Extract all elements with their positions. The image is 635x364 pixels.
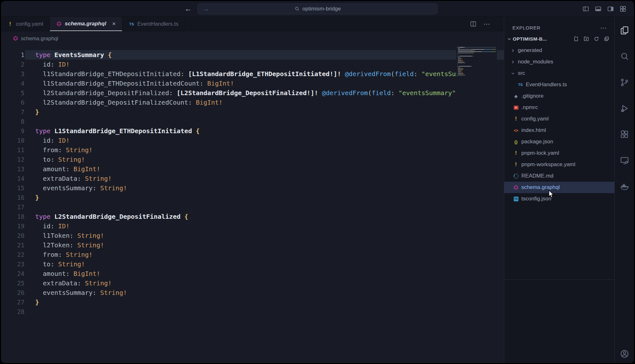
tsjson-file-icon: TS xyxy=(513,197,519,201)
tsconfig-icon: TS xyxy=(514,197,518,201)
code-lines[interactable]: type EventsSummary { id: ID! l1StandardB… xyxy=(25,45,504,363)
chevron-right-icon xyxy=(511,60,515,64)
file-tree-item-src[interactable]: src xyxy=(504,68,614,79)
code-line-28[interactable] xyxy=(25,307,504,316)
code-line-5[interactable]: l2StandardBridge_DepositFinalized: [L2St… xyxy=(25,88,504,98)
activity-run-debug-icon[interactable] xyxy=(620,104,629,113)
explorer-title: EXPLORER xyxy=(512,25,540,30)
line-number: 18 xyxy=(1,212,24,221)
code-line-21[interactable]: l2Token: String! xyxy=(25,240,504,250)
yaml-file-icon: ! xyxy=(7,21,13,27)
file-tree-item-gitignore[interactable]: ◆.gitignore xyxy=(504,90,614,102)
line-number: 2 xyxy=(1,60,24,69)
new-file-icon[interactable] xyxy=(573,36,579,42)
file-tree-item-index-html[interactable]: <>index.html xyxy=(504,125,614,136)
line-number: 3 xyxy=(1,69,24,79)
file-tree-item-node-modules[interactable]: node_modules xyxy=(504,56,614,68)
code-line-2[interactable]: id: ID! xyxy=(25,60,504,69)
activity-search-big-icon[interactable] xyxy=(620,52,629,61)
project-header[interactable]: OPTIMISM-B... xyxy=(504,34,614,44)
code-line-12[interactable]: to: String! xyxy=(25,155,504,164)
activity-files-icon[interactable] xyxy=(620,26,629,35)
editor-more-icon[interactable]: ⋯ xyxy=(484,20,491,28)
tab-schema-graphql[interactable]: schema.graphql× xyxy=(50,17,122,31)
file-tree-item-generated[interactable]: generated xyxy=(504,45,614,56)
line-number: 20 xyxy=(1,231,24,240)
file-tree-item-pnpm-lock-yaml[interactable]: !pnpm-lock.yaml xyxy=(504,147,614,159)
line-number: 23 xyxy=(1,259,24,269)
layout-panel-bottom-icon[interactable] xyxy=(595,5,602,12)
activity-docker-icon[interactable] xyxy=(620,182,629,191)
explorer-header: EXPLORER ⋯ xyxy=(504,17,614,34)
minimap[interactable] xyxy=(456,45,497,363)
code-line-16[interactable]: } xyxy=(25,193,504,202)
refresh-icon[interactable] xyxy=(594,36,599,42)
layout-sidebar-right-icon[interactable] xyxy=(607,5,614,12)
tab-config-yaml[interactable]: !config.yaml xyxy=(1,17,50,31)
breadcrumb[interactable]: schema.graphql xyxy=(1,31,504,45)
line-number: 21 xyxy=(1,240,24,250)
code-line-6[interactable]: l2StandardBridge_DepositFinalizedCount: … xyxy=(25,98,504,107)
file-tree-item-schema-graphql[interactable]: schema.graphql xyxy=(504,182,614,193)
file-tree-item-label: generated xyxy=(518,47,542,54)
file-tree-item-npmrc[interactable]: n.npmrc xyxy=(504,102,614,113)
code-line-23[interactable]: to: String! xyxy=(25,259,504,269)
activity-remote-preview-icon[interactable] xyxy=(620,156,629,165)
chevron-right-icon xyxy=(511,48,515,53)
code-line-1[interactable]: type EventsSummary { xyxy=(25,50,504,60)
code-line-14[interactable]: extraData: String! xyxy=(25,174,504,183)
code-line-3[interactable]: l1StandardBridge_ETHDepositInitiated: [L… xyxy=(25,69,504,79)
close-tab-icon[interactable]: × xyxy=(112,20,116,27)
activity-extensions-icon[interactable] xyxy=(620,130,629,139)
code-line-13[interactable]: amount: BigInt! xyxy=(25,164,504,174)
file-tree-item-eventhandlers-ts[interactable]: TSEventHandlers.ts xyxy=(504,79,614,90)
command-center-search[interactable]: optimism-bridge xyxy=(197,3,438,14)
code-line-11[interactable]: from: String! xyxy=(25,145,504,155)
file-tree-item-readme-md[interactable]: iREADME.md xyxy=(504,170,614,182)
line-number: 9 xyxy=(1,126,24,136)
forward-button[interactable]: → xyxy=(202,4,209,13)
code-editor[interactable]: 1234567891011121314151617181920212223242… xyxy=(1,45,504,363)
code-line-22[interactable]: from: String! xyxy=(25,250,504,259)
git-file-icon: ◆ xyxy=(513,94,519,99)
html-file-icon: <> xyxy=(513,128,519,133)
code-line-15[interactable]: eventsSummary: String! xyxy=(25,183,504,193)
file-tree-item-package-json[interactable]: {}package.json xyxy=(504,136,614,147)
activity-source-control-icon[interactable] xyxy=(620,78,629,87)
code-line-4[interactable]: l1StandardBridge_ETHDepositInitiatedCoun… xyxy=(25,79,504,88)
code-line-25[interactable]: extraData: String! xyxy=(25,278,504,288)
file-tree-item-label: pnpm-workspace.yaml xyxy=(521,161,575,168)
layout-customize-icon[interactable] xyxy=(619,5,626,12)
code-line-17[interactable] xyxy=(25,202,504,212)
chevron-down-icon xyxy=(511,71,515,76)
layout-sidebar-left-icon[interactable] xyxy=(582,5,589,12)
minimap-line xyxy=(457,49,496,50)
back-button[interactable]: ← xyxy=(184,4,192,13)
code-line-26[interactable]: eventsSummary: String! xyxy=(25,288,504,297)
chevron-down-icon xyxy=(507,36,512,42)
code-line-27[interactable]: } xyxy=(25,297,504,307)
code-line-19[interactable]: id: ID! xyxy=(25,221,504,231)
split-editor-icon[interactable] xyxy=(470,21,477,27)
code-line-9[interactable]: type L1StandardBridge_ETHDepositInitiate… xyxy=(25,126,504,136)
code-line-18[interactable]: type L2StandardBridge_DepositFinalized { xyxy=(25,212,504,221)
line-number: 24 xyxy=(1,269,24,278)
explorer-more-icon[interactable]: ⋯ xyxy=(600,26,607,29)
code-line-10[interactable]: id: ID! xyxy=(25,136,504,145)
new-folder-icon[interactable] xyxy=(584,36,589,42)
search-icon xyxy=(294,6,300,11)
file-tree-item-pnpm-workspace-yaml[interactable]: !pnpm-workspace.yaml xyxy=(504,159,614,170)
code-line-24[interactable]: amount: BigInt! xyxy=(25,269,504,278)
code-line-20[interactable]: l1Token: String! xyxy=(25,231,504,240)
code-line-8[interactable] xyxy=(25,117,504,126)
file-tree-item-label: pnpm-lock.yaml xyxy=(521,150,559,156)
breadcrumb-label: schema.graphql xyxy=(21,36,58,42)
code-line-7[interactable]: } xyxy=(25,107,504,117)
yaml-file-icon: ! xyxy=(513,116,519,122)
file-tree-item-config-yaml[interactable]: !config.yaml xyxy=(504,113,614,125)
activity-account-icon[interactable] xyxy=(620,349,629,359)
file-tree-item-tsconfig-json[interactable]: TStsconfig.json xyxy=(504,193,614,205)
tab-eventhandlers-ts[interactable]: TSEventHandlers.ts xyxy=(122,17,185,31)
yaml-file-icon: ! xyxy=(513,162,519,167)
collapse-all-icon[interactable] xyxy=(604,36,609,42)
